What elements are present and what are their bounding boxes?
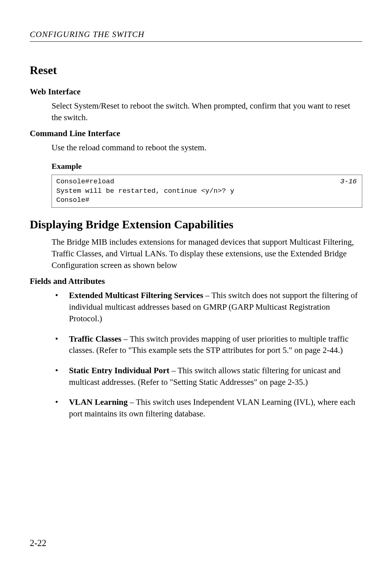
item-term: Traffic Classes: [69, 334, 122, 343]
heading-cli: Command Line Interface: [30, 129, 362, 138]
heading-web-interface: Web Interface: [30, 87, 362, 97]
code-example-text: Console#reload System will be restarted,…: [56, 178, 234, 204]
page: CONFIGURING THE SWITCH Reset Web Interfa…: [0, 0, 392, 570]
list-item: VLAN Learning – This switch uses Indepen…: [52, 396, 362, 419]
item-term: VLAN Learning: [69, 398, 128, 407]
heading-reset: Reset: [30, 64, 362, 77]
heading-example: Example: [52, 162, 362, 171]
code-example-ref: 3-16: [340, 177, 357, 187]
list-item: Traffic Classes – This switch provides m…: [52, 333, 362, 356]
list-item: Extended Multicast Filtering Services – …: [52, 290, 362, 324]
heading-fields-attributes: Fields and Attributes: [30, 277, 362, 286]
text-cli: Use the reload command to reboot the sys…: [52, 142, 362, 154]
heading-bridge-ext: Displaying Bridge Extension Capabilities: [30, 218, 362, 231]
text-web-interface: Select System/Reset to reboot the switch…: [52, 100, 362, 123]
code-example-box: 3-16Console#reload System will be restar…: [52, 175, 362, 208]
running-head: CONFIGURING THE SWITCH: [30, 30, 362, 42]
text-bridge-intro: The Bridge MIB includes extensions for m…: [52, 236, 362, 271]
list-item: Static Entry Individual Port – This swit…: [52, 365, 362, 388]
item-term: Extended Multicast Filtering Services: [69, 291, 203, 300]
item-term: Static Entry Individual Port: [69, 366, 170, 375]
fields-list: Extended Multicast Filtering Services – …: [52, 290, 362, 420]
page-number: 2-22: [30, 538, 46, 548]
